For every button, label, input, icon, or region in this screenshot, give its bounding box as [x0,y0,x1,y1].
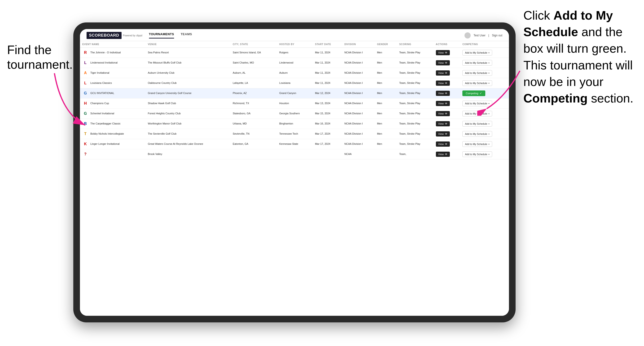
sign-out-link[interactable]: Sign out [492,34,502,37]
add-schedule-label: Add to My Schedule [465,122,487,125]
venue-cell: The Missouri Bluffs Golf Club [146,58,230,68]
view-label: View [438,51,444,54]
right-annotation-text: Click Add to My Schedule and the box wil… [524,8,633,105]
venue-cell: Oakbourne Country Club [146,78,230,88]
user-name: Test User [474,34,486,37]
view-button[interactable]: View 👁 [436,152,450,157]
tournaments-table: EVENT NAME VENUE CITY, STATE HOSTED BY S… [80,41,509,160]
hosted-by-cell: Binghamton [277,119,313,129]
start-date-cell: Mar 15, 2024 [313,109,342,119]
start-date-cell: Mar 11, 2024 [313,58,342,68]
eye-icon: 👁 [445,72,448,74]
event-name-text: The Carpetbagger Classic [90,122,120,125]
gender-cell: Men [374,88,397,99]
col-start-date: START DATE [313,41,342,48]
gender-cell: Men [374,109,397,119]
table-header-row: EVENT NAME VENUE CITY, STATE HOSTED BY S… [80,41,509,48]
view-label: View [438,143,444,146]
start-date-cell: Mar 11, 2024 [313,68,342,78]
city-state-cell: Sevierville, TN [230,129,277,139]
event-name-text: Bobby Nichols Intercollegiate [90,132,124,136]
actions-cell: View 👁 [434,99,460,109]
hosted-by-cell: Auburn [277,68,313,78]
venue-cell: The Sevierville Golf Club [146,129,230,139]
view-button[interactable]: View 👁 [436,131,450,137]
gender-cell: Men [374,99,397,109]
actions-cell: View 👁 [434,139,460,149]
division-cell: NCAA Division I [342,99,374,109]
add-to-schedule-button[interactable]: Add to My Schedule + [462,151,492,157]
venue-cell: Shadow Hawk Golf Club [146,99,230,109]
eye-icon: 👁 [445,82,448,85]
scoring-cell: Team, Stroke Play [397,58,434,68]
view-button[interactable]: View 👁 [436,142,450,147]
view-button[interactable]: View 👁 [436,81,450,86]
plus-icon: + [488,133,490,135]
tablet-device: SCOREBOARD Powered by clippd TOURNAMENTS… [73,22,516,322]
scoring-cell: Team, Stroke Play [397,78,434,88]
left-annotation: Find the tournament. [7,42,73,72]
event-name-text: The Johnnie - O Individual [90,51,120,54]
add-to-schedule-button[interactable]: Add to My Schedule + [462,60,492,66]
event-name-cell: ? [80,149,146,160]
division-cell: NCAA Division I [342,78,374,88]
city-state-cell: Statesboro, GA [230,109,277,119]
competing-cell: Add to My Schedule + [460,58,509,68]
venue-cell: Great Waters Course At Reynolds Lake Oco… [146,139,230,149]
gender-cell: Men [374,58,397,68]
scoring-cell: Team, Stroke Play [397,48,434,58]
logo-area: SCOREBOARD Powered by clippd [86,32,142,39]
add-to-schedule-button[interactable]: Add to My Schedule + [462,121,492,127]
add-to-schedule-button[interactable]: Add to My Schedule + [462,141,492,147]
hosted-by-cell [277,149,313,160]
table-row: G GCU INVITATIONAL Grand Canyon Universi… [80,88,509,99]
city-state-cell: Eatonton, GA [230,139,277,149]
competing-cell: Add to My Schedule + [460,129,509,139]
add-to-schedule-button[interactable]: Add to My Schedule + [462,131,492,137]
hosted-by-cell: Louisiana [277,78,313,88]
table-row: R The Johnnie - O Individual Sea Palms R… [80,48,509,58]
add-schedule-label: Add to My Schedule [465,61,487,64]
view-button[interactable]: View 👁 [436,60,450,65]
city-state-cell: Saint Charles, MO [230,58,277,68]
view-label: View [438,92,444,95]
view-label: View [438,82,444,85]
add-schedule-label: Add to My Schedule [465,143,487,146]
division-cell: NCAA Division I [342,68,374,78]
division-cell: NCAA Division I [342,48,374,58]
actions-cell: View 👁 [434,129,460,139]
event-name-cell: T Bobby Nichols Intercollegiate [80,129,146,139]
division-cell: NCAA Division I [342,129,374,139]
view-button[interactable]: View 👁 [436,111,450,116]
col-hosted-by: HOSTED BY [277,41,313,48]
view-button[interactable]: View 👁 [436,121,450,126]
gender-cell: Men [374,48,397,58]
view-button[interactable]: View 👁 [436,101,450,106]
gender-cell: Men [374,78,397,88]
eye-icon: 👁 [445,122,448,125]
view-button[interactable]: View 👁 [436,91,450,96]
nav-tab-teams[interactable]: TEAMS [181,32,192,38]
city-state-cell: Richmond, TX [230,99,277,109]
hosted-by-cell: Georgia Southern [277,109,313,119]
city-state-cell: Saint Simons Island, GA [230,48,277,58]
logo-subtitle: Powered by clippd [123,34,142,37]
division-cell: NCAA Division I [342,109,374,119]
view-button[interactable]: View 👁 [436,70,450,76]
division-cell: NCAA Division I [342,58,374,68]
col-scoring: SCORING [397,41,434,48]
table-row: G Schenkel Invitational Forest Heights C… [80,109,509,119]
nav-tab-tournaments[interactable]: TOURNAMENTS [149,32,174,38]
view-label: View [438,72,444,74]
eye-icon: 👁 [445,133,448,135]
start-date-cell: Mar 11, 2024 [313,48,342,58]
table-row: B The Carpetbagger Classic Worthington M… [80,119,509,129]
start-date-cell: Mar 12, 2024 [313,88,342,99]
view-button[interactable]: View 👁 [436,50,450,55]
table-row: K Linger Longer Invitational Great Water… [80,139,509,149]
add-to-schedule-button[interactable]: Add to My Schedule + [462,50,492,55]
competing-label: Competing [466,92,478,95]
venue-cell: Sea Palms Resort [146,48,230,58]
add-schedule-label: Add to My Schedule [465,51,487,54]
competing-cell: Add to My Schedule + [460,139,509,149]
